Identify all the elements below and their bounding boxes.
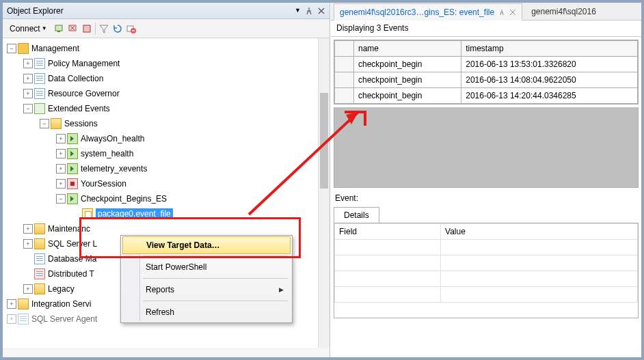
object-explorer-toolbar: Connect ▼ [3,19,330,38]
tree-node-package0-event-file[interactable]: package0.event_file [96,208,173,219]
svg-rect-3 [83,25,90,32]
event-detail-grid[interactable]: Field Value [334,223,639,318]
tree-node-sql-server-agent[interactable]: SQL Server Agent [31,314,97,324]
menu-view-target-data[interactable]: View Target Data… [122,236,291,254]
folder-icon [34,238,45,249]
expander-icon[interactable]: + [23,59,33,68]
expander-icon[interactable]: + [56,149,66,158]
tree-node-sql-server-logs[interactable]: SQL Server L [48,239,97,249]
data-collection-icon [34,73,45,84]
tree-node-sessions[interactable]: Sessions [64,119,98,128]
detail-col-value[interactable]: Value [441,224,638,240]
tree-node-integration-services[interactable]: Integration Servi [31,299,91,309]
expander-icon[interactable]: − [56,194,66,204]
menu-start-powershell[interactable]: Start PowerShell [122,258,291,276]
dtc-icon [34,268,45,279]
expander-icon[interactable]: + [7,314,16,324]
sql-agent-icon [18,314,29,324]
window-dropdown-icon[interactable]: ▼ [295,7,301,15]
pin-icon[interactable] [305,7,313,15]
expander-icon[interactable]: + [23,224,33,234]
events-panel: genemi4f\sql2016rc3…gins_ES: event_file … [331,3,641,357]
detail-row-empty [335,255,638,271]
db-mail-icon [34,253,45,264]
toolbar-refresh-icon[interactable] [112,23,123,34]
tree-node-legacy[interactable]: Legacy [48,284,75,294]
tree-node-checkpoint-begins-es[interactable]: Checkpoint_Begins_ES [81,194,167,204]
toolbar-stop-icon[interactable] [81,23,92,34]
scrollbar-thumb[interactable] [320,93,328,189]
policy-icon [34,58,45,69]
col-timestamp[interactable]: timestamp [461,41,638,57]
detail-col-field[interactable]: Field [335,224,441,240]
tree-node-extended-events[interactable]: Extended Events [48,104,110,113]
target-icon [82,208,93,219]
folder-icon [18,43,29,54]
object-explorer-title: Object Explorer [7,6,64,16]
event-label: Event: [335,193,637,203]
expander-icon[interactable]: − [7,44,16,53]
tab-label: genemi4f\sql2016 [531,7,596,16]
menu-item-label: View Target Data… [146,240,220,250]
rowheader-blank [335,41,354,57]
resource-governor-icon [34,88,45,99]
cell-name: checkpoint_begin [354,88,461,104]
detail-row-empty [335,240,638,255]
tree-node-alwayson-health[interactable]: AlwaysOn_health [81,134,144,143]
menu-item-label: Refresh [146,307,174,317]
expander-icon[interactable]: + [56,164,66,174]
tree-node-maintenance[interactable]: Maintenanc [48,224,90,234]
pin-icon[interactable] [498,9,505,16]
detail-tab-details[interactable]: Details [334,207,379,223]
expander-icon[interactable]: + [7,299,16,309]
tree-node-policy-management[interactable]: Policy Management [48,59,120,68]
grid-row[interactable]: checkpoint_begin 2016-06-13 14:20:44.034… [335,88,638,104]
expander-icon[interactable]: + [23,284,33,294]
close-tab-icon[interactable] [509,9,516,16]
tree-node-system-health[interactable]: system_health [81,149,133,158]
expander-icon[interactable]: + [56,134,66,143]
col-name[interactable]: name [354,41,461,57]
session-running-icon [67,148,78,159]
close-icon[interactable] [317,7,325,15]
cell-name: checkpoint_begin [354,57,461,72]
menu-refresh[interactable]: Refresh [122,303,291,321]
document-tabbar: genemi4f\sql2016rc3…gins_ES: event_file … [331,3,641,20]
toolbar-connect-icon[interactable] [54,23,65,34]
connect-button[interactable]: Connect ▼ [5,23,51,35]
cell-timestamp: 2016-06-13 13:53:01.3326820 [461,57,638,72]
cell-timestamp: 2016-06-13 14:08:04.9622050 [461,72,638,88]
session-running-icon [67,163,78,174]
folder-icon [18,299,29,309]
tree-node-resource-governor[interactable]: Resource Governor [48,89,120,98]
tree-node-telemetry-xevents[interactable]: telemetry_xevents [81,164,147,174]
expander-icon[interactable]: + [56,179,66,189]
expander-icon[interactable]: − [40,119,49,128]
expander-icon[interactable]: + [23,74,33,83]
expander-icon[interactable]: + [23,239,33,249]
tree-node-management[interactable]: Management [31,44,79,53]
session-stopped-icon [67,178,78,189]
folder-icon [51,118,62,129]
events-grid[interactable]: name timestamp checkpoint_begin 2016-06-… [334,40,639,105]
grid-row[interactable]: checkpoint_begin 2016-06-13 13:53:01.332… [335,57,638,72]
events-count-label: Displaying 3 Events [336,23,408,33]
toolbar-disconnect-icon[interactable] [68,23,79,34]
toolbar-filter-icon[interactable] [98,23,109,34]
cell-timestamp: 2016-06-13 14:20:44.0346285 [461,88,638,104]
svg-rect-1 [57,31,60,32]
tree-node-distributed-transaction[interactable]: Distributed T [48,269,94,279]
tree-node-database-mail[interactable]: Database Ma [48,254,96,264]
connect-label: Connect [10,24,40,33]
expander-icon[interactable]: + [23,89,33,98]
menu-item-label: Start PowerShell [146,262,206,272]
toolbar-cancel-icon[interactable] [126,23,137,34]
tree-scrollbar[interactable] [318,38,330,348]
menu-reports[interactable]: Reports [122,281,291,299]
tree-node-your-session[interactable]: YourSession [81,179,126,189]
grid-row[interactable]: checkpoint_begin 2016-06-13 14:08:04.962… [335,72,638,88]
tab-secondary[interactable]: genemi4f\sql2016 [525,3,602,20]
tab-event-file[interactable]: genemi4f\sql2016rc3…gins_ES: event_file [334,3,522,20]
tree-node-data-collection[interactable]: Data Collection [48,74,103,83]
expander-icon[interactable]: − [23,104,33,113]
